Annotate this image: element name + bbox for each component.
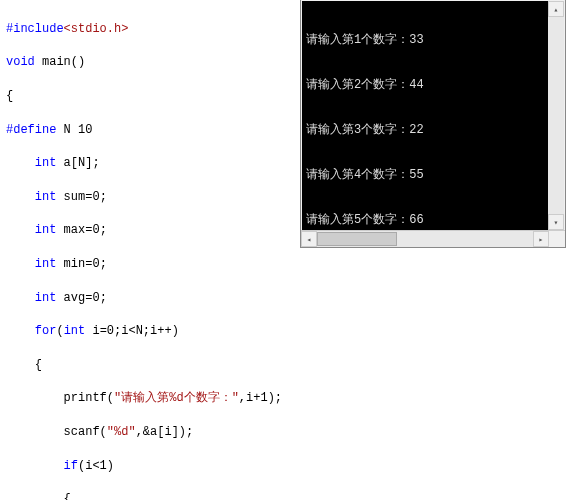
chevron-up-icon: ▴ (554, 2, 559, 17)
scroll-up-button[interactable]: ▴ (548, 1, 564, 17)
scroll-right-button[interactable]: ▸ (533, 231, 549, 247)
vertical-scrollbar[interactable]: ▴ ▾ (548, 1, 564, 230)
console-line: 请输入第1个数字：33 (306, 33, 544, 48)
console-line: 请输入第2个数字：44 (306, 78, 544, 93)
chevron-left-icon: ◂ (307, 235, 312, 244)
chevron-down-icon: ▾ (554, 215, 559, 230)
scroll-down-button[interactable]: ▾ (548, 214, 564, 230)
console-line: 请输入第5个数字：66 (306, 213, 544, 228)
scroll-left-button[interactable]: ◂ (301, 231, 317, 247)
console-line: 请输入第4个数字：55 (306, 168, 544, 183)
horizontal-scrollbar[interactable]: ◂ ▸ (301, 230, 565, 247)
console-window: 请输入第1个数字：33 请输入第2个数字：44 请输入第3个数字：22 请输入第… (300, 0, 566, 248)
scroll-track[interactable] (317, 231, 533, 247)
console-line: 请输入第3个数字：22 (306, 123, 544, 138)
chevron-right-icon: ▸ (539, 235, 544, 244)
resize-grip[interactable] (549, 231, 565, 247)
scroll-track[interactable] (548, 17, 564, 214)
console-output[interactable]: 请输入第1个数字：33 请输入第2个数字：44 请输入第3个数字：22 请输入第… (302, 1, 564, 230)
preproc: #include (6, 22, 64, 36)
scroll-thumb[interactable] (317, 232, 397, 246)
